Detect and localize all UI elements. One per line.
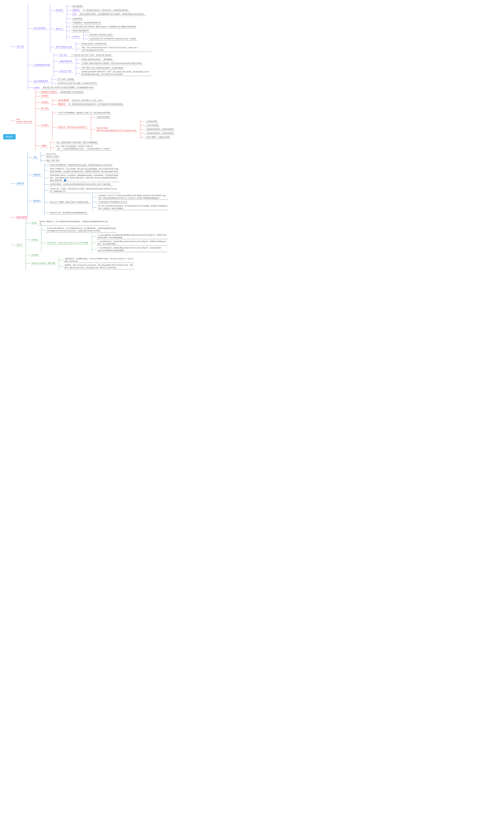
lock-next: Next-Key Lock：是记录锁和记录前的间隙锁的结合 (49, 211, 88, 215)
no-calc-node[interactable]: 索引列不能参与运算 (55, 45, 73, 49)
ft-op-0: + 必须包含该词 (145, 120, 158, 123)
limit-opt-node[interactable]: 优化分页 LIMIT (58, 69, 73, 73)
cover-idx-desc: 即：需要查询的内容及条件都在索引中，故不要回表即可查询到想到的内容 (68, 103, 124, 106)
binlog-node[interactable]: binlog (31, 222, 37, 224)
iso-rr: REPEATABLE READ：多次读取同一范围的数据会返回第一次查询的快照，不… (49, 174, 120, 182)
ft-op-4: (*)星号 通配符，只能接在词后面 (145, 135, 170, 139)
pros-l1: 优点：提高查询效率，索引的选择：列的区分度越高越好 (55, 141, 98, 144)
tmp-l2: 可以通过 explain 查看 Extra 列的结果，出现 Using temp… (81, 62, 143, 65)
storage-node[interactable]: 存储 (32, 156, 38, 159)
ft-usage-node[interactable]: 使用方式：MATCH(col) ANAINST('') (57, 125, 88, 129)
durability-node[interactable]: 持久化 (16, 243, 23, 247)
explain-desc: 使用 SQL_NO_CACHE 用于指定不使用缓存，可以校验修改是否有效 (42, 86, 94, 89)
ft-op-2: > 提高该词的相关性，查询的结果靠前 (145, 127, 175, 131)
fulltext-index-node[interactable]: 全文索引 (40, 124, 50, 127)
reduce-l1: 对于 select * 保持谨慎 (57, 78, 75, 81)
ft-op-3: < 降低该词的相关性，查询的结果靠后 (145, 131, 175, 135)
cons-l1: 在事务提交时，采用两阶段提交：redo log 记录事务 Prepare，bin… (64, 257, 135, 263)
iso-se: SERIALIZABLE：InnoDB 隐式地将全部的查询语句加上共享锁，解决了… (49, 183, 113, 186)
store-l1: 表定义(*.frm)MySQL 8 已废弃 (46, 152, 60, 158)
pros-cons-node[interactable]: 优缺点 (40, 144, 48, 147)
ft-natural: 自然语言全局搜索 (96, 115, 111, 119)
note-badge-icon[interactable]: 1 (64, 179, 66, 181)
cover-desc-leaf: 即，要查询的字段均在一个联合索引内，可以解决回表的问题， (82, 9, 130, 12)
binlog-desc: MySQL 层面的日志，记录了数据库系统所有的更新操作，主要是用来实现数据库恢复… (39, 220, 110, 226)
store-l3: 数据、索引(*.ibd) (46, 159, 60, 162)
data-storage-node[interactable]: 数据存储原理 (16, 216, 28, 219)
redolog-node[interactable]: redolog (31, 238, 39, 241)
gap-l2: 只在事务级别为 RR(读重复) 时才会产生 (97, 200, 128, 204)
combo-index-node[interactable]: 组合索引 (40, 101, 50, 104)
lock-rec: Record Lock：记录锁，是加到索引记录上的锁，如果当前过滤条件是索引则在… (49, 187, 120, 193)
reduce-query-node[interactable]: 减少无效数据查询 (33, 80, 49, 83)
flush-0: 0：由mysql的main_thread每秒将存储引擎log buffer中的r… (97, 234, 168, 239)
avoid-fullscan-node[interactable]: 尽可能避免全表扫描 (33, 63, 51, 67)
data-storage-branch: 数据存储原理 (16, 216, 175, 219)
cluster-desc: 存放着主键及行记录的全部信息 (59, 90, 84, 94)
temp-table-node[interactable]: 谨慎使用临时表 (58, 60, 73, 63)
single-index-node[interactable]: 单列索引 (40, 94, 50, 98)
gap-l3: 唯一索引只有在锁住多条记录或者一条不存在的记录时才会产生间隙锁；普通索引不管是锁… (97, 204, 168, 210)
careful-join-node[interactable]: 慎用 join (55, 27, 64, 31)
join-l1: 让缓存更高效 (71, 17, 83, 20)
isolation-node[interactable]: 隔离级别 (32, 173, 42, 176)
nocalc-l2: 例如：from_unixtime(create_time) = '2014-05… (81, 46, 152, 52)
limit-l2: 利用索引的 WHERE ORDER BY + LIMIT，因为主要是 offse… (80, 70, 151, 76)
consistency-node[interactable]: binlog 和 undolog 一致性问题 (31, 262, 56, 265)
gap-lock-node[interactable]: Gap Lock：间隙锁；对索引记录的一段连续区域上锁； (49, 200, 91, 204)
cover-index-node[interactable]: 覆盖索引 (72, 9, 81, 12)
reduce-l2: COUNT(col) 不包含 NULL 数据，可以使用 COUNT(*) (57, 81, 98, 85)
split-sql-node[interactable]: 切分 SQL (58, 53, 68, 57)
join-l2: 方便数据拆分，更容易高性能和高扩展 (71, 21, 101, 24)
ft-op-1: - 必须不包含该词 (145, 124, 159, 127)
must-l2: 任何的 GROUP BY 和 ORDER BY 中的表达式只包含一个表的列 (88, 37, 137, 40)
gap-l1: 当使用类似：SELECT * FROM users WHERE id BETWE… (97, 194, 168, 200)
sql-optimize-node[interactable]: SQL 优化 (16, 45, 25, 48)
root-children: SQL 优化 最大化利用索引 联合索引 最左匹配原则 覆盖索引即，要查询的字段均… (16, 3, 175, 270)
back-table-node[interactable]: 回表 (72, 12, 77, 16)
ft-l1: 可用于字符串模糊匹配，性能远高于 LIKE + %，但是可能存在精度问题 (57, 111, 111, 114)
union-index-node[interactable]: 联合索引 (55, 9, 64, 12)
lock-algo-node[interactable]: 锁的算法 (32, 199, 42, 202)
ft-bool-node[interactable]: 布尔全文所搜MATCH(content) ANAGINST('XXX*' in … (96, 126, 137, 132)
flush-2: 2：每次事务提交时，将存储引擎log buffer中的redo日志写入到log … (97, 246, 168, 252)
storage-engine-node[interactable]: 存储引擎 (16, 182, 25, 185)
join-l3: 对先查出来的 id 进行升序排序，再进行 where in，查询效率比 join… (71, 25, 137, 28)
redo-desc: InnoDB 存储引擎的日志，用于实现事务的持久性，即当事务提交时，必须先将该事… (46, 227, 117, 233)
cover-idx-node[interactable]: 覆盖索引 (57, 103, 66, 106)
back-desc-leaf: 使用非主键索引查询时，会先根据普通索引查出主键索引，再根据主键索引查出其他内容。 (79, 12, 146, 16)
index-branch: 索引N叉树(N一般为1200) 聚集索引(主键索引)存放着主键及行记录的全部信息… (16, 90, 175, 151)
sql-optimize-branch: SQL 优化 最大化利用索引 联合索引 最左匹配原则 覆盖索引即，要查询的字段均… (16, 4, 175, 89)
durability-branch: 持久化 binlogMySQL 层面的日志，记录了数据库系统所有的更新操作，主要… (16, 220, 175, 270)
storage-engine-branch: 存储引擎 存储 表定义(*.frm)MySQL 8 已废弃 数据、索引(*.ib… (16, 152, 175, 215)
root-node[interactable]: MySQL (3, 134, 16, 139)
join-l4: 单张表可减少锁的竞争 (71, 29, 90, 32)
undolog-node[interactable]: undolog (31, 253, 39, 256)
nocalc-l1: 索引参与运算后，会导致索引失效 (81, 42, 107, 45)
index-node[interactable]: 索引N叉树(N一般为1200) (16, 118, 33, 123)
iso-rc: READ COMMITED：只对记录加锁，而不会在记录之间加间隙锁，所以允许新的… (49, 167, 120, 173)
flush-1: 1：每次事务提交时，将存储引擎log buffer中的redo日志写入到log … (97, 240, 168, 246)
leftmost-leaf: 最左匹配原则 (72, 5, 83, 8)
flush-param-node[interactable]: 日志持久化：innodb_flush_log_at_trx_commit 参数 (46, 241, 89, 245)
clustered-index-node[interactable]: 聚集索引(主键索引) (40, 90, 58, 94)
must-l1: ON/USING 字句中的列上有索引 (88, 33, 114, 36)
cons-l2: 崩溃恢复：如果 redo log 没有 commit 标签，并且 binlog … (64, 264, 135, 269)
mindmap-root-container: MySQL SQL 优化 最大化利用索引 联合索引 最左匹配原则 (3, 3, 501, 270)
explain-node[interactable]: explain (33, 86, 40, 89)
max-index-node[interactable]: 最大化利用索引 (33, 27, 47, 30)
unique-index-node[interactable]: 唯一索引 (40, 107, 50, 110)
leftprefix-node[interactable]: 最左前缀原则 (57, 99, 70, 102)
split-desc: 一个大的 SQL 拆分为多个小SQL，所有的 SQL 都走索引 (69, 53, 113, 57)
iso-ru: READ UNCOMMITED：使用查询语句是不会加锁，可能读到未提交的行 (D… (49, 163, 113, 167)
pros-l2: 缺点：降低了插入修改效率，并且增大了空间占用。一般：一个表的索引数控制在5个左右… (55, 145, 111, 150)
leftprefix-desc: 索引(a,b,c)，相当于建了a、(a,b)、(a,b,c) (71, 99, 103, 102)
must-use-node[interactable]: 非用不可 (71, 35, 81, 38)
tmp-l1: MySQL 的临时表没有索引，一般性能较低 (81, 58, 113, 61)
limit-l1: LIMIT offset, row 在 offset特别大的时候，会导致性能很慢 (80, 66, 124, 69)
